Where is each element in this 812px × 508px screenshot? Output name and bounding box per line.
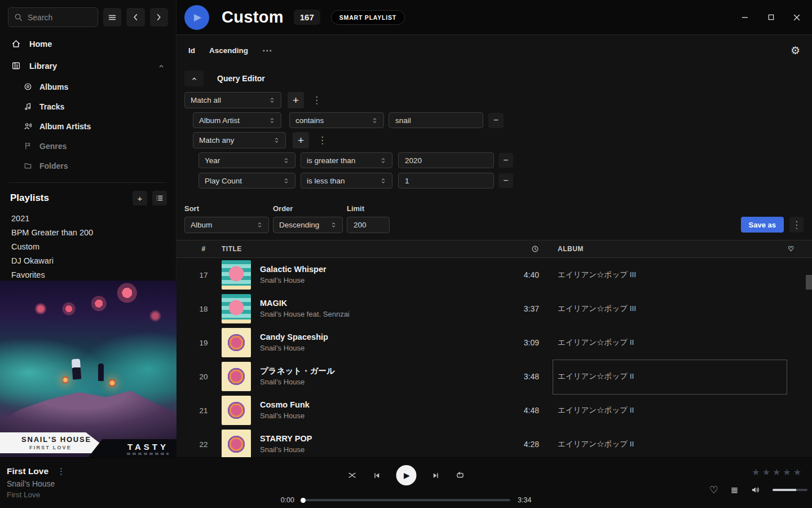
query-editor-collapse-button[interactable] [184, 71, 204, 86]
column-title[interactable]: TITLE [222, 245, 489, 253]
play-playlist-button[interactable]: ▶ [184, 5, 209, 30]
track-title: Galactic Whisper [260, 264, 326, 275]
order-select[interactable]: Descending [273, 217, 343, 233]
playlist-list-options-button[interactable] [152, 191, 167, 205]
queue-icon [730, 486, 739, 494]
star-icon[interactable]: ★ [783, 467, 793, 477]
track-album-cell[interactable]: エイリアン☆ポップ III [540, 292, 777, 326]
favorite-button[interactable]: ♡ [709, 484, 718, 496]
sidebar-playlist-item[interactable]: 2021 [0, 211, 176, 225]
rule-value-input[interactable] [389, 112, 483, 128]
add-playlist-button[interactable]: + [133, 191, 147, 205]
track-duration: 3:09 [489, 338, 540, 347]
remove-rule-button[interactable]: − [488, 113, 504, 128]
now-playing-artist[interactable]: Snail’s House [7, 479, 65, 488]
volume-button[interactable] [751, 485, 761, 494]
search-input[interactable]: Search [8, 7, 98, 27]
chevron-up-icon [191, 75, 198, 82]
track-row[interactable]: 17 Galactic Whisper Snail’s House 4:40 エ… [176, 258, 812, 292]
sidebar-playlist-item[interactable]: Favorites [0, 268, 176, 282]
sidebar-item-home[interactable]: Home [0, 33, 176, 55]
sidebar-playlist-item[interactable]: Custom [0, 239, 176, 253]
remove-group-rule-button[interactable]: − [498, 153, 513, 168]
collapse-chevron-icon[interactable] [158, 63, 165, 69]
rule-operator-select[interactable]: contains [289, 112, 384, 128]
limit-input[interactable] [347, 217, 390, 233]
sort-select[interactable]: Album [184, 217, 269, 233]
track-number: 20 [186, 373, 222, 381]
group-rule-operator-select[interactable]: is greater than [301, 152, 392, 168]
nav-forward-button[interactable] [150, 8, 168, 27]
star-icon[interactable]: ★ [752, 467, 762, 477]
track-row[interactable]: 20 プラネット・ガール Snail’s House 3:48 エイリアン☆ポッ… [176, 360, 812, 393]
star-icon[interactable]: ★ [793, 467, 804, 477]
group-rule-field-select[interactable]: Year [198, 152, 295, 168]
remove-group-rule-button[interactable]: − [498, 173, 513, 188]
rule-field-select[interactable]: Album Artist [193, 112, 281, 128]
track-title: Cosmo Funk [260, 399, 310, 411]
scrollbar-thumb[interactable] [806, 275, 812, 290]
select-updown-icon [330, 221, 337, 229]
save-menu-button[interactable]: ⋮ [789, 217, 804, 233]
track-row[interactable]: 21 Cosmo Funk Snail’s House 4:48 エイリアン☆ポ… [176, 393, 812, 427]
order-label: Order [273, 204, 343, 213]
seek-bar[interactable] [302, 499, 510, 501]
now-playing-menu-button[interactable]: ⋮ [57, 466, 65, 476]
window-minimize-button[interactable] [736, 9, 753, 26]
column-album[interactable]: ALBUM [540, 245, 777, 253]
column-index[interactable]: # [186, 245, 222, 253]
rating-stars[interactable]: ★★★★★ [752, 467, 804, 478]
seek-handle[interactable] [301, 498, 306, 503]
add-group-rule-button[interactable]: + [293, 132, 309, 148]
group-menu-button[interactable]: ⋮ [315, 134, 329, 146]
sidebar-playlist-item[interactable]: BPM Greater than 200 [0, 225, 176, 239]
window-maximize-button[interactable] [762, 9, 779, 26]
sidebar-item-album-artists[interactable]: Album Artists [0, 116, 176, 136]
sidebar-item-folders[interactable]: Folders [0, 156, 176, 176]
track-row[interactable]: 18 MAGIK Snail’s House feat. Sennzai 3:3… [176, 292, 812, 326]
volume-slider[interactable] [773, 489, 807, 491]
star-icon[interactable]: ★ [773, 467, 783, 477]
sidebar-item-albums[interactable]: Albums [0, 77, 176, 97]
chevron-left-icon [131, 13, 140, 21]
queue-button[interactable] [730, 486, 739, 494]
play-pause-button[interactable]: ▶ [396, 465, 417, 485]
sort-order-button[interactable]: Ascending [209, 46, 248, 55]
track-row[interactable]: 22 STARRY POP Snail’s House 4:28 エイリアン☆ポ… [176, 427, 812, 457]
window-close-button[interactable] [788, 9, 805, 26]
group-rule-field-select[interactable]: Play Count [198, 173, 295, 189]
group-rule-operator-select[interactable]: is less than [301, 173, 392, 189]
more-options-button[interactable]: ⋯ [262, 45, 272, 56]
track-album-cell[interactable]: エイリアン☆ポップ II [540, 393, 777, 427]
now-playing-album[interactable]: First Love [7, 491, 65, 499]
column-duration[interactable] [489, 245, 540, 253]
track-album-cell[interactable]: エイリアン☆ポップ III [540, 258, 777, 292]
gear-icon[interactable]: ⚙ [791, 44, 800, 57]
group-rule-value-input[interactable] [398, 152, 494, 168]
sidebar-item-library[interactable]: Library [0, 55, 176, 77]
previous-button[interactable] [373, 471, 381, 480]
rule-group-menu-button[interactable]: ⋮ [310, 94, 324, 106]
star-icon[interactable]: ★ [762, 467, 773, 477]
group-match-select[interactable]: Match any [193, 132, 286, 148]
track-album-cell[interactable]: エイリアン☆ポップ II [540, 427, 777, 457]
sidebar-item-tracks[interactable]: Tracks [0, 97, 176, 116]
add-rule-button[interactable]: + [288, 92, 304, 108]
sidebar-item-genres[interactable]: Genres [0, 136, 176, 156]
column-favorite[interactable]: ♡ [777, 245, 805, 253]
sidebar-item-label: Home [29, 40, 52, 49]
group-rule-value-input[interactable] [398, 173, 494, 189]
save-as-button[interactable]: Save as [741, 217, 784, 233]
repeat-button[interactable] [456, 471, 465, 480]
track-row[interactable]: 19 Candy Spaceship Snail’s House 3:09 エイ… [176, 326, 812, 360]
track-album-cell[interactable]: エイリアン☆ポップ II [540, 360, 777, 393]
sidebar-playlist-item[interactable]: DJ Okawari [0, 253, 176, 268]
menu-button[interactable] [103, 8, 121, 27]
next-button[interactable] [432, 471, 440, 480]
shuffle-button[interactable] [347, 471, 358, 480]
sort-field-button[interactable]: Id [188, 46, 195, 55]
root-match-select[interactable]: Match all [184, 92, 281, 108]
now-playing-album-art[interactable]: SNAIL'S HOUSE FIRST LOVE TASTY [0, 281, 176, 457]
track-album-cell[interactable]: エイリアン☆ポップ II [540, 326, 777, 360]
nav-back-button[interactable] [126, 8, 144, 27]
